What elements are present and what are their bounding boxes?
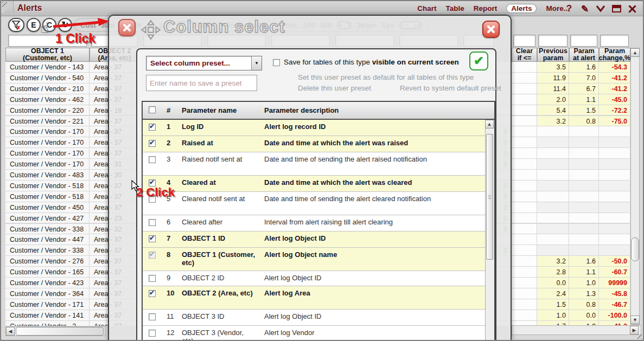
set-default-link[interactable]: Set this user preset as default for all …	[298, 73, 474, 81]
table-cell-param-at-alert[interactable]	[569, 234, 599, 245]
parameter-row[interactable]: 6Cleared afterInterval from alert raisin…	[143, 215, 486, 231]
table-cell-param-change[interactable]	[599, 170, 630, 181]
table-cell-param-change[interactable]: 99999	[599, 278, 630, 288]
table-cell-previous-param[interactable]: 2.8	[537, 267, 569, 278]
table-cell-param-change[interactable]: -45.0	[599, 94, 630, 105]
revert-default-link[interactable]: Revert to system default preset	[400, 84, 501, 92]
parameter-checkbox[interactable]	[149, 235, 156, 242]
table-cell-clear-if[interactable]	[512, 126, 537, 137]
save-visible-checkbox[interactable]	[273, 59, 280, 66]
table-cell-clear-if[interactable]	[512, 202, 537, 213]
table-row-object1[interactable]: Customer / Vendor - 450	[5, 202, 90, 213]
table-cell-clear-if[interactable]	[512, 137, 537, 148]
parameter-row[interactable]: 9OBJECT 2 IDAlert log Object ID	[143, 271, 486, 286]
table-cell-previous-param[interactable]: 0.0	[537, 278, 569, 288]
table-cell-param-at-alert[interactable]	[569, 148, 599, 159]
table-row-object1[interactable]: Customer / Vendor - 143	[5, 62, 90, 73]
vscroll-thumb[interactable]	[631, 237, 639, 261]
param-scroll-thumb[interactable]	[486, 134, 493, 260]
table-row-object1[interactable]: Customer / Vendor - 423	[5, 278, 90, 288]
table-row-object1[interactable]: Customer / Vendor - 462	[5, 94, 90, 105]
table-cell-param-at-alert[interactable]: 1.1	[569, 94, 599, 105]
table-cell-clear-if[interactable]	[512, 83, 537, 94]
table-cell-param-at-alert[interactable]	[569, 170, 599, 181]
table-row-object1[interactable]: Customer / Vendor - 276	[5, 256, 90, 267]
table-row-object1[interactable]: Customer / Vendor - 165	[5, 267, 90, 278]
table-cell-param-at-alert[interactable]	[569, 126, 599, 137]
table-cell-param-at-alert[interactable]: 0.8	[569, 116, 599, 127]
table-cell-clear-if[interactable]	[512, 73, 537, 83]
parameter-row[interactable]: 2Raised atDate and time at which the ale…	[143, 136, 486, 152]
hscroll-thumb[interactable]	[16, 327, 104, 336]
table-cell-clear-if[interactable]	[512, 170, 537, 181]
table-row-object1[interactable]: Customer / Vendor - 2	[5, 321, 90, 326]
table-cell-clear-if[interactable]	[512, 310, 537, 321]
parameter-checkbox[interactable]	[149, 219, 156, 226]
table-cell-clear-if[interactable]	[512, 224, 537, 235]
table-cell-param-change[interactable]: -41.2	[599, 83, 630, 94]
table-row-object1[interactable]: Customer / Vendor - 221	[5, 116, 90, 127]
table-cell-param-change[interactable]	[599, 159, 630, 170]
table-cell-previous-param[interactable]: 1.0	[537, 310, 569, 321]
table-row-object1[interactable]: Customer / Vendor - 141	[5, 310, 90, 321]
parameter-row[interactable]: 8OBJECT 1 (Customer, etc)Alert log Objec…	[143, 248, 486, 271]
table-cell-previous-param[interactable]	[537, 245, 569, 256]
scroll-right-button[interactable]: ▶	[630, 326, 639, 334]
table-row-object1[interactable]: Customer / Vendor - 483	[5, 170, 90, 181]
parameter-checkbox[interactable]	[149, 124, 156, 131]
table-cell-clear-if[interactable]	[512, 94, 537, 105]
table-row-object1[interactable]: Customer / Vendor - 364	[5, 288, 90, 299]
table-cell-clear-if[interactable]	[512, 299, 537, 310]
table-cell-previous-param[interactable]: 2.0	[537, 94, 569, 105]
table-cell-previous-param[interactable]: 3.2	[537, 256, 569, 267]
table-cell-clear-if[interactable]	[512, 181, 537, 191]
parameter-row[interactable]: 10OBJECT 2 (Area, etc)Alert log Area	[143, 286, 486, 310]
parameter-row[interactable]: 7OBJECT 1 IDAlert log Object ID	[143, 231, 486, 248]
table-cell-param-at-alert[interactable]: 1.6	[569, 62, 599, 73]
parameter-row[interactable]: 3Raised notif sent atDate and time of se…	[143, 152, 486, 176]
table-cell-previous-param[interactable]: 11.4	[537, 83, 569, 94]
table-cell-param-change[interactable]	[599, 181, 630, 191]
table-cell-param-change[interactable]: -60.7	[599, 267, 630, 278]
parameter-checkbox[interactable]	[149, 140, 156, 147]
table-cell-clear-if[interactable]	[512, 191, 537, 202]
parameter-checkbox[interactable]	[149, 156, 156, 163]
right-table-vscrollbar[interactable]	[630, 48, 640, 325]
table-row-object1[interactable]: Customer / Vendor - 540	[5, 73, 90, 83]
table-row-object1[interactable]: Customer / Vendor - 338	[5, 245, 90, 256]
table-row-object1[interactable]: Customer / Vendor - 220	[5, 105, 90, 116]
table-cell-param-at-alert[interactable]: 1.0	[569, 278, 599, 288]
scroll-down-button[interactable]: ▼	[630, 316, 640, 324]
table-cell-previous-param[interactable]	[537, 202, 569, 213]
table-cell-param-change[interactable]	[599, 148, 630, 159]
table-cell-previous-param[interactable]: 5.4	[537, 105, 569, 116]
table-cell-param-change[interactable]	[599, 202, 630, 213]
table-cell-param-at-alert[interactable]	[569, 202, 599, 213]
scroll-left-button[interactable]: ◀	[6, 327, 15, 336]
scroll-up-button[interactable]: ▲	[630, 48, 640, 57]
table-cell-param-at-alert[interactable]	[569, 137, 599, 148]
table-cell-param-at-alert[interactable]: 6.7	[569, 83, 599, 94]
table-cell-param-change[interactable]: -50.0	[599, 256, 630, 267]
delete-preset-link[interactable]: Delete this user preset	[298, 84, 371, 92]
table-cell-param-at-alert[interactable]: 0.8	[569, 299, 599, 310]
preset-name-input[interactable]	[146, 75, 257, 91]
table-row-object1[interactable]: Customer / Vendor - 518	[5, 181, 90, 191]
dialog-close-icon[interactable]	[118, 19, 136, 36]
table-cell-param-change[interactable]: -54.3	[599, 62, 630, 73]
table-cell-previous-param[interactable]: 1.5	[537, 299, 569, 310]
parameter-row[interactable]: 1Log IDAlert log record ID	[143, 120, 486, 136]
table-cell-previous-param[interactable]	[537, 137, 569, 148]
table-cell-param-at-alert[interactable]	[569, 191, 599, 202]
table-cell-param-change[interactable]	[599, 213, 630, 224]
table-cell-param-at-alert[interactable]	[569, 245, 599, 256]
table-cell-previous-param[interactable]	[537, 170, 569, 181]
parameter-row[interactable]: 4Cleared atDate and time at which the al…	[143, 176, 486, 192]
parameter-row[interactable]: 5Cleared notif sent atDate and time of s…	[143, 192, 486, 215]
table-cell-param-at-alert[interactable]: 1.3	[569, 288, 599, 299]
parameter-row[interactable]: 11OBJECT 3 IDAlert log Object ID	[143, 310, 486, 326]
table-cell-param-change[interactable]	[599, 224, 630, 235]
table-cell-previous-param[interactable]	[537, 191, 569, 202]
table-cell-clear-if[interactable]	[512, 213, 537, 224]
chevron-down-icon[interactable]: ▼	[251, 56, 262, 70]
